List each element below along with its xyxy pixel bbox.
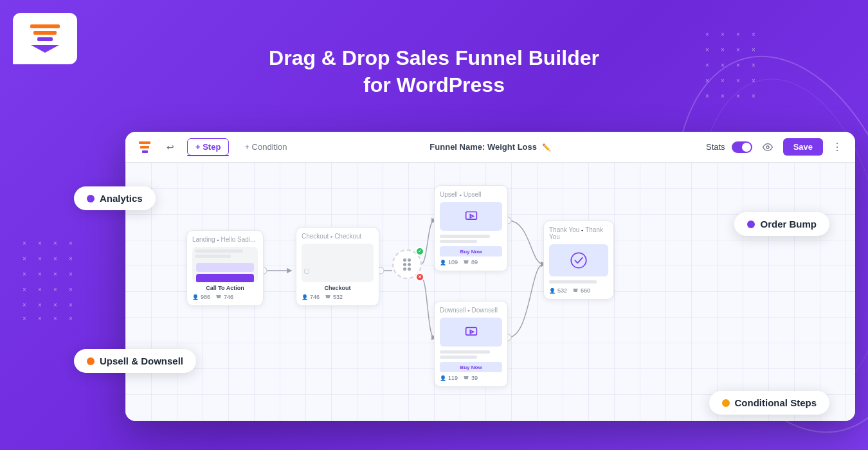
downsell-buy-btn: Buy Now: [440, 362, 502, 372]
analytics-badge-label: Analytics: [100, 193, 143, 204]
analytics-badge: Analytics: [74, 186, 156, 210]
analytics-badge-dot: [87, 195, 95, 203]
downsell-stats: 👤 119 39: [440, 375, 502, 381]
builder-card: ↩ + Step + Condition Funnel Name: Weight…: [125, 132, 855, 421]
preview-button[interactable]: [759, 138, 777, 156]
svg-point-0: [766, 146, 769, 148]
landing-node[interactable]: Landing - Hello Sadi... Call To Action 👤…: [186, 230, 264, 306]
checkout-node[interactable]: Checkout - Checkout Checkout 👤 746: [296, 227, 379, 306]
upsell-buy-btn: Buy Now: [440, 246, 502, 256]
condition-icon: [403, 258, 411, 271]
add-condition-label: + Condition: [244, 142, 287, 152]
thankyou-node[interactable]: Thank You - Thank You 👤 532 660: [543, 221, 614, 300]
svg-marker-10: [470, 330, 473, 333]
order-bump-badge: Order Bump: [734, 212, 829, 236]
edit-funnel-name-icon[interactable]: ✏️: [542, 143, 551, 152]
landing-header: Landing - Hello Sadi...: [192, 236, 258, 243]
landing-stats: 👤 986 746: [192, 294, 258, 300]
stats-label: Stats: [706, 142, 725, 152]
checkout-stats: 👤 746 532: [302, 294, 374, 300]
add-step-label: + Step: [195, 142, 221, 152]
checkout-footer-label: Checkout: [302, 285, 374, 291]
upsell-stats: 👤 109 89: [440, 259, 502, 266]
toolbar-right: Stats Save ⋮: [706, 138, 845, 156]
conditional-steps-badge: Conditional Steps: [709, 391, 830, 415]
downsell-header: Downsell - Downsell: [440, 307, 502, 314]
add-step-button[interactable]: + Step: [187, 138, 229, 156]
stats-toggle[interactable]: [732, 141, 752, 153]
svg-point-11: [571, 253, 586, 267]
downsell-node[interactable]: Downsell - Downsell Buy Now 👤 119 39: [434, 301, 508, 387]
order-bump-badge-label: Order Bump: [760, 219, 817, 230]
thankyou-stats: 👤 532 660: [549, 287, 608, 294]
thankyou-header: Thank You - Thank You: [549, 226, 608, 240]
toolbar-logo: [136, 138, 154, 156]
header-section: Drag & Drop Sales Funnel Builder for Wor…: [0, 32, 868, 98]
page-title: Drag & Drop Sales Funnel Builder for Wor…: [0, 32, 868, 98]
toolbar: ↩ + Step + Condition Funnel Name: Weight…: [125, 132, 855, 163]
save-button[interactable]: Save: [783, 138, 823, 156]
upsell-badge-dot: [87, 357, 95, 365]
upsell-header: Upsell - Upsell: [440, 191, 502, 198]
dot-grid-left: ×××× ×××× ×××× ×××× ×××× ××××: [19, 238, 76, 322]
funnel-name: Funnel Name: Weight Loss ✏️: [429, 142, 550, 152]
upsell-node[interactable]: Upsell - Upsell Buy Now 👤 109 89: [434, 185, 508, 271]
upsell-badge: Upsell & Downsell: [74, 349, 196, 373]
add-condition-button[interactable]: + Condition: [237, 139, 294, 155]
undo-button[interactable]: ↩: [161, 138, 179, 156]
more-options-button[interactable]: ⋮: [829, 141, 845, 153]
condition-no-badge: ✕: [415, 273, 424, 282]
condition-yes-badge: ✓: [415, 247, 424, 256]
order-bump-badge-dot: [747, 221, 755, 228]
landing-footer-label: Call To Action: [192, 285, 258, 291]
conditional-steps-badge-label: Conditional Steps: [735, 397, 817, 408]
conditional-steps-badge-dot: [722, 399, 730, 407]
upsell-badge-label: Upsell & Downsell: [100, 356, 183, 366]
checkout-header: Checkout - Checkout: [302, 233, 374, 240]
svg-marker-8: [470, 214, 473, 217]
condition-node[interactable]: ✓ ✕: [392, 249, 422, 279]
canvas: Landing - Hello Sadi... Call To Action 👤…: [125, 163, 855, 421]
